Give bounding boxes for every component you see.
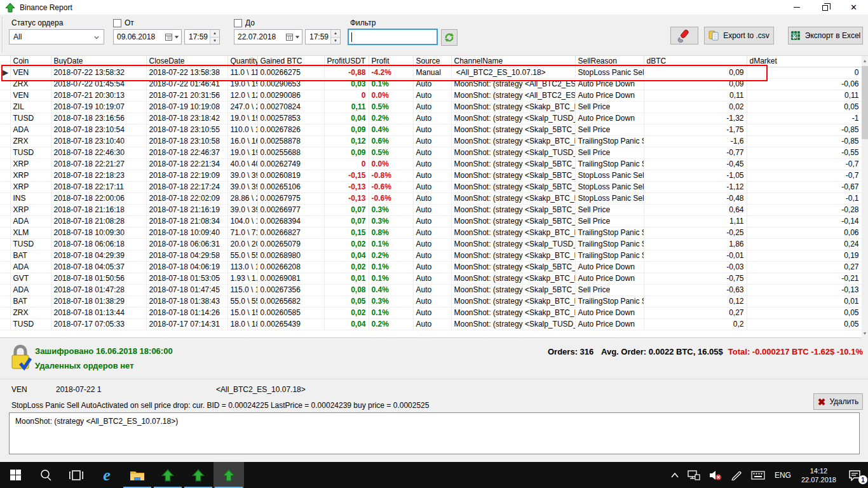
table-row[interactable]: ZIL 2018-07-19 10:19:07 2018-07-19 10:19… bbox=[0, 101, 862, 112]
table-row[interactable]: GVT 2018-07-18 01:50:56 2018-07-18 01:53… bbox=[0, 273, 862, 284]
to-checkbox[interactable] bbox=[234, 19, 242, 27]
binance-report-app-3-active[interactable] bbox=[214, 462, 244, 488]
cell-channelname: MoonShot: (strategy <Skalp_5BTC_ES_( bbox=[451, 204, 575, 215]
cell-profitusdt: 0,02 bbox=[324, 261, 369, 273]
orders-count: Orders: 316 bbox=[548, 347, 593, 356]
cell-coin: TUSD bbox=[10, 238, 51, 250]
delete-button[interactable]: ✖ Удалить bbox=[813, 393, 863, 410]
table-row[interactable]: TUSD 2018-07-18 22:46:30 2018-07-18 22:4… bbox=[0, 147, 862, 158]
pen-settings[interactable] bbox=[728, 462, 745, 488]
start-button[interactable] bbox=[0, 462, 31, 488]
cell-gainedbtc: 0.00268394 bbox=[257, 215, 324, 227]
action-center-button[interactable]: 1 bbox=[843, 462, 867, 488]
filter-input[interactable] bbox=[348, 29, 438, 45]
table-row[interactable]: XRP 2018-07-18 22:17:11 2018-07-18 22:17… bbox=[0, 181, 862, 193]
to-time-spinner[interactable]: 17:59 ▲▼ bbox=[305, 29, 341, 44]
cell-profit: 0.0% bbox=[369, 90, 413, 101]
orders-table-body: ▶ VEN 2018-07-22 13:58:32 2018-07-22 13:… bbox=[0, 67, 862, 330]
internet-explorer-button[interactable]: e bbox=[92, 462, 122, 488]
table-row[interactable]: ZRX 2018-07-18 23:10:40 2018-07-18 23:10… bbox=[0, 135, 862, 147]
table-row[interactable]: ADA 2018-07-18 04:05:37 2018-07-18 04:06… bbox=[0, 261, 862, 273]
table-row[interactable]: ▶ VEN 2018-07-22 13:58:32 2018-07-22 13:… bbox=[0, 67, 862, 78]
col-dbtc[interactable]: dBTC bbox=[644, 56, 747, 67]
cell-coin: XRP bbox=[10, 158, 51, 170]
vertical-scrollbar[interactable]: ▲ ▼ bbox=[862, 56, 868, 338]
col-dmarket[interactable]: dMarket bbox=[747, 56, 862, 67]
binance-report-app-1[interactable] bbox=[153, 462, 183, 488]
language-indicator[interactable]: ENG bbox=[771, 462, 795, 488]
table-row[interactable]: ADA 2018-07-18 21:08:28 2018-07-18 21:08… bbox=[0, 215, 862, 227]
binance-report-window: Binance Report ✕ Статус ордера All От 09… bbox=[0, 0, 868, 462]
table-row[interactable]: TUSD 2018-07-17 07:05:33 2018-07-17 07:1… bbox=[0, 318, 862, 330]
cell-dbtc: -0,48 bbox=[644, 193, 747, 204]
cell-source: Auto bbox=[413, 124, 451, 135]
export-excel-button[interactable]: X Экспорт в Excel bbox=[788, 27, 863, 44]
strategy-note-textarea[interactable]: MoonShot: (strategy <All_BTC2_ES_10.07.1… bbox=[9, 412, 860, 454]
lock-check-icon bbox=[8, 344, 33, 372]
volume-status[interactable] bbox=[706, 462, 725, 488]
restore-button[interactable] bbox=[811, 0, 839, 15]
export-csv-button[interactable]: Export to .csv bbox=[704, 27, 774, 44]
table-row[interactable]: ZRX 2018-07-22 01:45:54 2018-07-22 01:46… bbox=[0, 78, 862, 90]
cell-gainedbtc: 0.00255688 bbox=[257, 147, 324, 158]
table-row[interactable]: INS 2018-07-18 22:00:06 2018-07-18 22:02… bbox=[0, 193, 862, 204]
taskbar-search-button[interactable] bbox=[31, 462, 61, 488]
table-row[interactable]: VEN 2018-07-21 20:30:13 2018-07-21 20:31… bbox=[0, 90, 862, 101]
system-tray: ENG 14:1222.07.2018 1 bbox=[668, 462, 868, 488]
refresh-button[interactable] bbox=[441, 29, 458, 46]
time-spin-buttons[interactable]: ▲▼ bbox=[210, 30, 219, 44]
close-button[interactable]: ✕ bbox=[839, 0, 868, 15]
cell-dmarket: 0,19 bbox=[747, 250, 862, 261]
file-explorer-button[interactable] bbox=[122, 462, 153, 488]
col-sellreason[interactable]: SellReason bbox=[575, 56, 644, 67]
col-gainedbtc[interactable]: Gained BTC bbox=[257, 56, 324, 67]
scroll-down-icon[interactable]: ▼ bbox=[862, 329, 868, 338]
binance-report-app-2[interactable] bbox=[183, 462, 214, 488]
table-row[interactable]: XLM 2018-07-18 10:09:30 2018-07-18 10:09… bbox=[0, 227, 862, 238]
from-date-picker[interactable]: 09.06.2018 bbox=[113, 29, 182, 44]
scrollbar-thumb[interactable] bbox=[862, 66, 868, 139]
cell-source: Auto bbox=[413, 147, 451, 158]
task-view-button[interactable] bbox=[61, 462, 92, 488]
table-row[interactable]: XRP 2018-07-18 22:18:23 2018-07-18 22:19… bbox=[0, 170, 862, 181]
table-row[interactable]: TUSD 2018-07-18 06:06:18 2018-07-18 06:0… bbox=[0, 238, 862, 250]
col-quantity[interactable]: Quantity bbox=[227, 56, 257, 67]
table-row[interactable]: XRP 2018-07-18 21:16:18 2018-07-18 21:16… bbox=[0, 204, 862, 215]
from-checkbox[interactable] bbox=[113, 19, 121, 27]
cell-dmarket: -0,85 bbox=[747, 124, 862, 135]
table-row[interactable]: ADA 2018-07-18 23:10:54 2018-07-18 23:10… bbox=[0, 124, 862, 135]
order-status-select[interactable]: All bbox=[9, 29, 104, 44]
col-coin[interactable]: Coin bbox=[10, 56, 51, 67]
table-row[interactable]: ADA 2018-07-18 01:47:28 2018-07-18 01:47… bbox=[0, 284, 862, 295]
from-time-spinner[interactable]: 17:59 ▲▼ bbox=[184, 29, 220, 44]
table-row[interactable]: ZRX 2018-07-18 01:13:44 2018-07-18 01:14… bbox=[0, 307, 862, 318]
cell-channelname: MoonShot: (strategy <Skakp_BTC_ES_0 bbox=[451, 193, 575, 204]
col-profitusdt[interactable]: ProfitUSDT bbox=[324, 56, 369, 67]
clock[interactable]: 14:1222.07.2018 bbox=[797, 462, 840, 488]
tray-expand-button[interactable] bbox=[668, 462, 682, 488]
col-channelname[interactable]: ChannelName bbox=[451, 56, 575, 67]
cell-coin: INS bbox=[10, 193, 51, 204]
minimize-button[interactable] bbox=[782, 0, 811, 15]
table-row[interactable]: BAT 2018-07-18 04:29:39 2018-07-18 04:29… bbox=[0, 250, 862, 261]
col-profit[interactable]: Profit bbox=[369, 56, 413, 67]
table-row[interactable]: BAT 2018-07-18 01:38:29 2018-07-18 01:38… bbox=[0, 295, 862, 307]
time-spin-buttons[interactable]: ▲▼ bbox=[330, 30, 340, 44]
to-date-value: 22.07.2018 bbox=[238, 32, 276, 41]
settings-button[interactable] bbox=[670, 27, 698, 44]
order-detail-panel: VEN 2018-07-22 1 <All_BTC2_ES_10.07.18> … bbox=[0, 379, 868, 462]
touch-keyboard[interactable] bbox=[748, 462, 768, 488]
cell-source: Auto bbox=[413, 193, 451, 204]
cell-quantity: 113.0 \ 1 bbox=[227, 261, 257, 273]
col-buydate[interactable]: BuyDate bbox=[51, 56, 146, 67]
cell-source: Auto bbox=[413, 170, 451, 181]
table-row[interactable]: TUSD 2018-07-18 23:16:56 2018-07-18 23:1… bbox=[0, 112, 862, 124]
col-source[interactable]: Source bbox=[413, 56, 451, 67]
table-row[interactable]: XRP 2018-07-18 22:21:27 2018-07-18 22:21… bbox=[0, 158, 862, 170]
col-closedate[interactable]: CloseDate bbox=[146, 56, 227, 67]
scroll-up-icon[interactable]: ▲ bbox=[862, 56, 868, 65]
cell-quantity: 39.0 \ 39 bbox=[227, 170, 257, 181]
cell-profitusdt: -0,13 bbox=[324, 181, 369, 193]
to-date-picker[interactable]: 22.07.2018 bbox=[234, 29, 302, 44]
network-status[interactable] bbox=[684, 462, 703, 488]
